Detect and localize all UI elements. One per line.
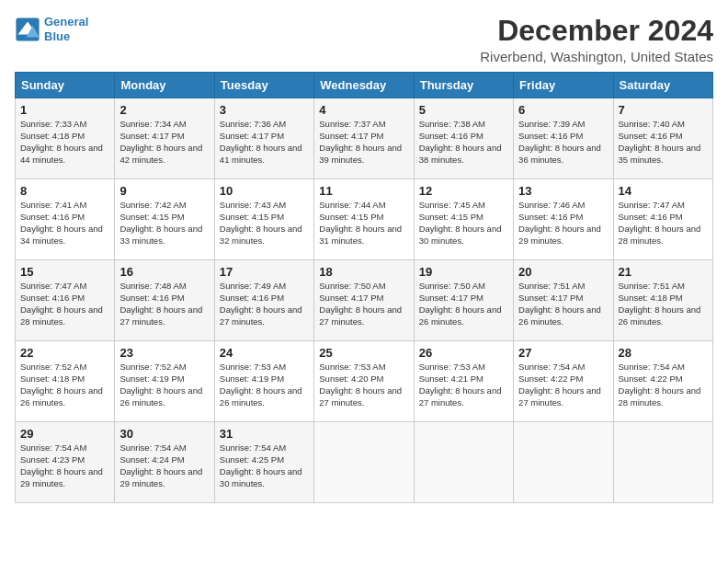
calendar-day-cell: 21Sunrise: 7:51 AMSunset: 4:18 PMDayligh… [613, 260, 712, 341]
day-detail: Sunrise: 7:52 AMSunset: 4:18 PMDaylight:… [20, 362, 109, 408]
calendar-day-cell: 27Sunrise: 7:54 AMSunset: 4:22 PMDayligh… [514, 341, 613, 422]
month-title: December 2024 [480, 15, 713, 47]
day-detail: Sunrise: 7:50 AMSunset: 4:17 PMDaylight:… [319, 281, 408, 327]
calendar-day-cell [414, 422, 513, 503]
day-number: 15 [20, 265, 109, 279]
day-detail: Sunrise: 7:47 AMSunset: 4:16 PMDaylight:… [619, 200, 708, 247]
calendar-day-cell: 28Sunrise: 7:54 AMSunset: 4:22 PMDayligh… [613, 341, 712, 422]
day-detail: Sunrise: 7:38 AMSunset: 4:16 PMDaylight:… [419, 119, 508, 166]
calendar-week-row: 8Sunrise: 7:41 AMSunset: 4:16 PMDaylight… [16, 179, 713, 260]
day-number: 22 [20, 346, 109, 360]
day-number: 16 [119, 265, 209, 279]
day-number: 11 [319, 184, 408, 198]
day-number: 28 [619, 346, 708, 360]
day-number: 29 [20, 427, 109, 441]
day-detail: Sunrise: 7:53 AMSunset: 4:19 PMDaylight:… [220, 362, 309, 408]
day-detail: Sunrise: 7:51 AMSunset: 4:17 PMDaylight:… [518, 281, 608, 327]
day-detail: Sunrise: 7:45 AMSunset: 4:15 PMDaylight:… [419, 200, 508, 247]
calendar-week-row: 15Sunrise: 7:47 AMSunset: 4:16 PMDayligh… [16, 260, 713, 341]
location-text: Riverbend, Washington, United States [480, 49, 713, 64]
day-number: 31 [220, 427, 309, 441]
day-number: 6 [518, 103, 608, 117]
logo-icon [15, 17, 40, 42]
day-detail: Sunrise: 7:41 AMSunset: 4:16 PMDaylight:… [20, 200, 109, 247]
calendar-day-cell: 9Sunrise: 7:42 AMSunset: 4:15 PMDaylight… [115, 179, 214, 260]
day-number: 10 [220, 184, 309, 198]
day-detail: Sunrise: 7:43 AMSunset: 4:15 PMDaylight:… [220, 200, 309, 247]
calendar-day-cell: 18Sunrise: 7:50 AMSunset: 4:17 PMDayligh… [314, 260, 414, 341]
day-number: 24 [220, 346, 309, 360]
day-number: 20 [518, 265, 608, 279]
day-detail: Sunrise: 7:39 AMSunset: 4:16 PMDaylight:… [518, 119, 608, 166]
page-header: General Blue December 2024 Riverbend, Wa… [15, 15, 713, 64]
calendar-day-cell: 4Sunrise: 7:37 AMSunset: 4:17 PMDaylight… [314, 98, 414, 179]
weekday-header-row: SundayMondayTuesdayWednesdayThursdayFrid… [16, 73, 713, 98]
calendar-week-row: 29Sunrise: 7:54 AMSunset: 4:23 PMDayligh… [16, 422, 713, 503]
day-detail: Sunrise: 7:54 AMSunset: 4:22 PMDaylight:… [619, 362, 708, 408]
calendar-day-cell: 2Sunrise: 7:34 AMSunset: 4:17 PMDaylight… [115, 98, 214, 179]
day-detail: Sunrise: 7:54 AMSunset: 4:25 PMDaylight:… [220, 442, 309, 489]
day-number: 5 [419, 103, 508, 117]
day-detail: Sunrise: 7:53 AMSunset: 4:20 PMDaylight:… [319, 362, 408, 408]
calendar-day-cell: 3Sunrise: 7:36 AMSunset: 4:17 PMDaylight… [214, 98, 313, 179]
calendar-day-cell: 23Sunrise: 7:52 AMSunset: 4:19 PMDayligh… [115, 341, 214, 422]
day-detail: Sunrise: 7:42 AMSunset: 4:15 PMDaylight:… [119, 200, 209, 247]
calendar-table: SundayMondayTuesdayWednesdayThursdayFrid… [15, 72, 713, 503]
calendar-day-cell: 24Sunrise: 7:53 AMSunset: 4:19 PMDayligh… [214, 341, 313, 422]
weekday-header-cell: Saturday [613, 73, 712, 98]
weekday-header-cell: Wednesday [314, 73, 414, 98]
day-number: 13 [518, 184, 608, 198]
calendar-day-cell: 26Sunrise: 7:53 AMSunset: 4:21 PMDayligh… [414, 341, 513, 422]
calendar-body: 1Sunrise: 7:33 AMSunset: 4:18 PMDaylight… [16, 98, 713, 503]
day-detail: Sunrise: 7:48 AMSunset: 4:16 PMDaylight:… [119, 281, 209, 327]
day-detail: Sunrise: 7:53 AMSunset: 4:21 PMDaylight:… [419, 362, 508, 408]
day-number: 2 [119, 103, 209, 117]
day-detail: Sunrise: 7:51 AMSunset: 4:18 PMDaylight:… [619, 281, 708, 327]
logo: General Blue [15, 15, 88, 43]
calendar-day-cell: 25Sunrise: 7:53 AMSunset: 4:20 PMDayligh… [314, 341, 414, 422]
calendar-day-cell: 15Sunrise: 7:47 AMSunset: 4:16 PMDayligh… [16, 260, 115, 341]
day-detail: Sunrise: 7:34 AMSunset: 4:17 PMDaylight:… [119, 119, 209, 166]
weekday-header-cell: Friday [514, 73, 613, 98]
day-number: 14 [619, 184, 708, 198]
day-detail: Sunrise: 7:49 AMSunset: 4:16 PMDaylight:… [220, 281, 309, 327]
day-detail: Sunrise: 7:46 AMSunset: 4:16 PMDaylight:… [518, 200, 608, 247]
day-number: 3 [220, 103, 309, 117]
calendar-day-cell [514, 422, 613, 503]
day-number: 21 [619, 265, 708, 279]
day-number: 27 [518, 346, 608, 360]
day-number: 23 [119, 346, 209, 360]
weekday-header-cell: Tuesday [214, 73, 313, 98]
weekday-header-cell: Monday [115, 73, 214, 98]
calendar-day-cell: 13Sunrise: 7:46 AMSunset: 4:16 PMDayligh… [514, 179, 613, 260]
calendar-day-cell [314, 422, 414, 503]
calendar-day-cell: 8Sunrise: 7:41 AMSunset: 4:16 PMDaylight… [16, 179, 115, 260]
day-number: 30 [119, 427, 209, 441]
calendar-day-cell: 6Sunrise: 7:39 AMSunset: 4:16 PMDaylight… [514, 98, 613, 179]
calendar-day-cell: 31Sunrise: 7:54 AMSunset: 4:25 PMDayligh… [214, 422, 313, 503]
day-detail: Sunrise: 7:36 AMSunset: 4:17 PMDaylight:… [220, 119, 309, 166]
day-detail: Sunrise: 7:50 AMSunset: 4:17 PMDaylight:… [419, 281, 508, 327]
calendar-day-cell: 10Sunrise: 7:43 AMSunset: 4:15 PMDayligh… [214, 179, 313, 260]
calendar-day-cell: 16Sunrise: 7:48 AMSunset: 4:16 PMDayligh… [115, 260, 214, 341]
day-number: 4 [319, 103, 408, 117]
day-detail: Sunrise: 7:54 AMSunset: 4:23 PMDaylight:… [20, 442, 109, 489]
day-number: 26 [419, 346, 508, 360]
calendar-day-cell: 17Sunrise: 7:49 AMSunset: 4:16 PMDayligh… [214, 260, 313, 341]
calendar-day-cell: 20Sunrise: 7:51 AMSunset: 4:17 PMDayligh… [514, 260, 613, 341]
day-number: 12 [419, 184, 508, 198]
weekday-header-cell: Thursday [414, 73, 513, 98]
day-number: 9 [119, 184, 209, 198]
day-detail: Sunrise: 7:40 AMSunset: 4:16 PMDaylight:… [619, 119, 708, 166]
weekday-header-cell: Sunday [16, 73, 115, 98]
day-detail: Sunrise: 7:44 AMSunset: 4:15 PMDaylight:… [319, 200, 408, 247]
day-number: 8 [20, 184, 109, 198]
day-detail: Sunrise: 7:54 AMSunset: 4:24 PMDaylight:… [119, 442, 209, 489]
day-detail: Sunrise: 7:33 AMSunset: 4:18 PMDaylight:… [20, 119, 109, 166]
day-detail: Sunrise: 7:52 AMSunset: 4:19 PMDaylight:… [119, 362, 209, 408]
day-number: 18 [319, 265, 408, 279]
calendar-day-cell: 11Sunrise: 7:44 AMSunset: 4:15 PMDayligh… [314, 179, 414, 260]
day-number: 25 [319, 346, 408, 360]
day-number: 19 [419, 265, 508, 279]
calendar-day-cell: 12Sunrise: 7:45 AMSunset: 4:15 PMDayligh… [414, 179, 513, 260]
